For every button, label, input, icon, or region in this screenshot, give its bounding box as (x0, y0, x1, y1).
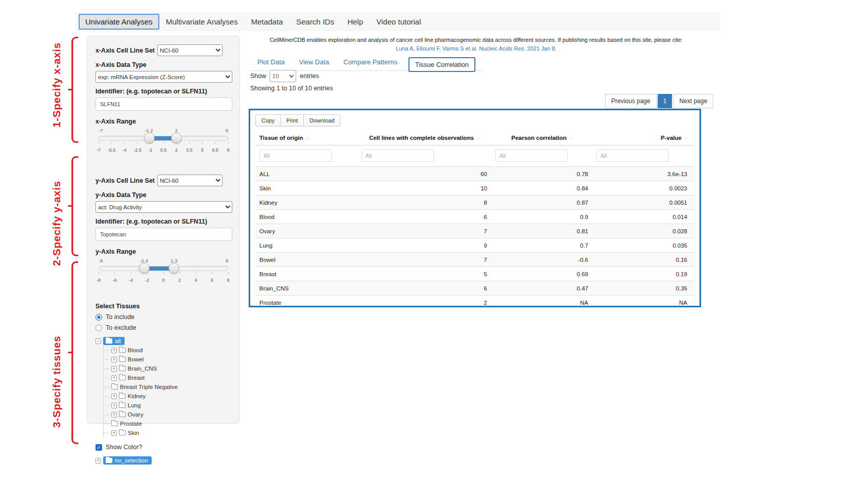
nav-tab-help[interactable]: Help (341, 14, 370, 30)
annotation-step3-brace (71, 261, 78, 444)
tab-plot-data[interactable]: Plot Data (250, 54, 292, 70)
column-header-tissue-of-origin[interactable]: Tissue of origin↓↑ (255, 135, 357, 141)
column-header-cell-lines-with-complete-observations[interactable]: Cell lines with complete observations↓↑ (357, 135, 491, 141)
cell: 7 (357, 253, 491, 266)
table-row[interactable]: Breast50.690.19 (255, 266, 694, 281)
tissue-correlation-table: CopyPrintDownload Tissue of origin↓↑Cell… (249, 109, 701, 307)
nav-tab-search-ids[interactable]: Search IDs (290, 14, 341, 30)
cell: 0.014 (592, 210, 691, 224)
slider-tick: -6 (113, 272, 117, 284)
copy-button[interactable]: Copy (255, 114, 281, 127)
expand-icon[interactable]: + (95, 458, 101, 463)
tick-label: 6 (211, 278, 213, 283)
download-button[interactable]: Download (303, 114, 341, 127)
y-axis-cell-line-set-select[interactable]: NCI-60 (157, 175, 223, 186)
folder-icon (119, 366, 126, 371)
column-header-p-value[interactable]: P-value↓↑ (592, 135, 691, 141)
nav-tab-multivariate-analyses[interactable]: Multivariate Analyses (159, 14, 245, 30)
pagination: Previous page 1 Next page (605, 94, 713, 108)
table-row[interactable]: Ovary70.810.028 (255, 224, 694, 238)
cell: 0.16 (592, 253, 691, 266)
tissues-include-option[interactable]: To include (95, 313, 231, 321)
tissue-tree-item-prostate[interactable]: Prostate (104, 419, 231, 428)
table-filter-row (255, 145, 694, 166)
citation-link[interactable]: Luna A, Elloumi F, Varma S et al. Nuclei… (396, 45, 557, 52)
table-row[interactable]: Lung90.70.035 (255, 238, 694, 252)
sort-icon[interactable]: ↓↑ (684, 136, 687, 141)
tick-label: -6 (113, 278, 117, 283)
tissue-tree-item-brain-cns[interactable]: +Brain_CNS (104, 364, 231, 373)
print-button[interactable]: Print (280, 114, 304, 127)
filter-input-tissue-of-origin[interactable] (259, 150, 332, 162)
tab-compare-patterns[interactable]: Compare Patterns (336, 54, 405, 70)
column-header-pearson-correlation[interactable]: Pearson correlation↓↑ (491, 135, 592, 141)
filter-input-p-value[interactable] (596, 150, 669, 162)
tissue-tree-item-skin[interactable]: +Skin (104, 428, 231, 437)
next-page-button[interactable]: Next page (673, 94, 713, 108)
x-range-track[interactable] (99, 136, 228, 141)
include-radio[interactable] (95, 314, 102, 321)
cell: 8 (357, 196, 491, 209)
table-row[interactable]: Brain_CNS60.470.35 (255, 281, 694, 295)
previous-page-button[interactable]: Previous page (605, 94, 657, 108)
tissue-tree-root[interactable]: − all (95, 336, 231, 346)
nav-tab-univariate-analyses[interactable]: Univariate Analyses (79, 14, 159, 30)
tissue-node-all[interactable]: all (103, 337, 125, 345)
annotation-step2-label: 2-Specify y-axis (51, 175, 63, 272)
no-selection-node-row[interactable]: + no_selection (95, 456, 231, 465)
show-color-option[interactable]: ✓ Show Color? (95, 444, 231, 451)
expand-icon[interactable]: + (111, 375, 117, 381)
show-color-checkbox[interactable]: ✓ (95, 444, 102, 451)
tissue-tree-item-breast-triple-negative[interactable]: Breast Triple Negative (104, 382, 231, 392)
tick-label: 0 (162, 278, 164, 283)
tissue-tree-item-bowel[interactable]: +Bowel (104, 355, 231, 364)
tree-connector (104, 350, 109, 351)
page-size-select[interactable]: 10 (270, 70, 296, 82)
collapse-icon[interactable]: − (95, 338, 101, 344)
sort-icon[interactable]: ↓↑ (569, 136, 572, 141)
tissue-tree-item-blood[interactable]: +Blood (104, 346, 231, 355)
tick-mark-icon (196, 272, 196, 274)
expand-icon[interactable]: + (111, 430, 117, 436)
sort-icon[interactable]: ↓↑ (476, 136, 479, 141)
tick-mark-icon (176, 142, 177, 144)
tissue-tree-item-breast[interactable]: +Breast (104, 373, 231, 382)
table-row[interactable]: Bowel7-0.60.16 (255, 252, 694, 266)
expand-icon[interactable]: + (111, 394, 117, 399)
tissue-tree-item-kidney[interactable]: +Kidney (104, 392, 231, 401)
y-range-track[interactable] (99, 266, 228, 271)
tab-view-data[interactable]: View Data (292, 54, 336, 70)
nav-tab-video-tutorial[interactable]: Video tutorial (370, 14, 427, 30)
exclude-radio[interactable] (95, 325, 102, 331)
tissues-exclude-option[interactable]: To exclude (95, 324, 231, 331)
sort-icon[interactable]: ↓↑ (305, 136, 308, 141)
expand-icon[interactable]: + (111, 357, 117, 362)
tissue-tree-item-lung[interactable]: +Lung (104, 401, 231, 410)
table-row[interactable]: Blood60.90.014 (255, 209, 694, 224)
x-axis-cell-line-set-select[interactable]: NCI-60 (157, 44, 223, 56)
table-row[interactable]: Kidney80.870.0051 (255, 195, 694, 209)
filter-cell (592, 150, 691, 162)
table-row[interactable]: ALL600.783.6e-13 (255, 166, 694, 181)
cell: 0.81 (491, 224, 592, 238)
table-row[interactable]: Prostate2NANA (255, 295, 694, 309)
expand-icon[interactable]: + (111, 366, 117, 372)
x-axis-data-type-select[interactable]: exp: mRNA Expression (Z-Score) (95, 71, 232, 83)
expand-icon[interactable]: + (111, 403, 117, 408)
filter-input-pearson-correlation[interactable] (495, 150, 568, 162)
y-axis-identifier-input[interactable] (95, 228, 232, 241)
filter-input-cell-lines-with-complete-observations[interactable] (361, 150, 434, 162)
tab-tissue-correlation[interactable]: Tissue Correlation (408, 57, 475, 72)
tissue-node-no-selection[interactable]: no_selection (103, 456, 152, 465)
page-1-button[interactable]: 1 (658, 94, 672, 108)
nav-tab-metadata[interactable]: Metadata (245, 14, 290, 30)
y-axis-data-type-select[interactable]: act: Drug Activity (95, 201, 232, 213)
tick-label: 3.5 (186, 148, 193, 153)
tissue-tree-item-ovary[interactable]: +Ovary (104, 410, 231, 419)
expand-icon[interactable]: + (111, 348, 117, 353)
x-axis-identifier-input[interactable] (95, 97, 232, 111)
y-range-min-label: -8 (99, 258, 103, 263)
expand-icon[interactable]: + (111, 412, 117, 418)
table-row[interactable]: Skin100.840.0023 (255, 181, 694, 195)
tick-label: 4 (195, 278, 197, 283)
